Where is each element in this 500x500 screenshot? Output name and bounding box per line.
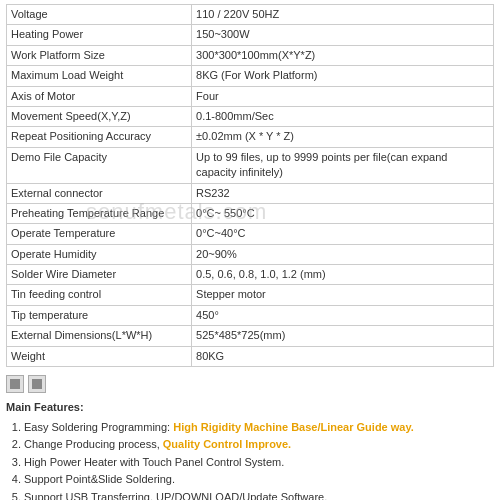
icon-1 <box>6 375 24 393</box>
spec-label: Tip temperature <box>7 305 192 325</box>
table-row: Voltage110 / 220V 50HZ <box>7 5 494 25</box>
table-row: Operate Temperature0°C~40°C <box>7 224 494 244</box>
feature-item: Easy Soldering Programming: High Rigidit… <box>24 419 494 436</box>
spec-value: Up to 99 files, up to 9999 points per fi… <box>192 147 494 183</box>
spec-value: Four <box>192 86 494 106</box>
spec-value: 0.5, 0.6, 0.8, 1.0, 1.2 (mm) <box>192 265 494 285</box>
spec-value: 0°C~ 550°C <box>192 203 494 223</box>
table-row: Maximum Load Weight8KG (For Work Platfor… <box>7 66 494 86</box>
features-title: Main Features: <box>6 399 494 416</box>
table-row: Demo File CapacityUp to 99 files, up to … <box>7 147 494 183</box>
spec-label: Movement Speed(X,Y,Z) <box>7 106 192 126</box>
icon-2 <box>28 375 46 393</box>
spec-label: Weight <box>7 346 192 366</box>
table-row: Movement Speed(X,Y,Z)0.1-800mm/Sec <box>7 106 494 126</box>
spec-label: Operate Temperature <box>7 224 192 244</box>
spec-value: 0°C~40°C <box>192 224 494 244</box>
table-row: Heating Power150~300W <box>7 25 494 45</box>
specs-table: Voltage110 / 220V 50HZHeating Power150~3… <box>6 4 494 367</box>
table-row: Solder Wire Diameter0.5, 0.6, 0.8, 1.0, … <box>7 265 494 285</box>
feature-item: Support USB Transferring, UP/DOWNLOAD/Up… <box>24 489 494 500</box>
table-row: Tin feeding controlStepper motor <box>7 285 494 305</box>
spec-value: RS232 <box>192 183 494 203</box>
feature-item: Change Producing process, Quality Contro… <box>24 436 494 453</box>
spec-value: 300*300*100mm(X*Y*Z) <box>192 45 494 65</box>
spec-label: Work Platform Size <box>7 45 192 65</box>
table-row: Operate Humidity20~90% <box>7 244 494 264</box>
feature-item: Support Point&Slide Soldering. <box>24 471 494 488</box>
spec-value: 525*485*725(mm) <box>192 326 494 346</box>
spec-label: Tin feeding control <box>7 285 192 305</box>
spec-label: Maximum Load Weight <box>7 66 192 86</box>
spec-label: Demo File Capacity <box>7 147 192 183</box>
spec-label: Voltage <box>7 5 192 25</box>
spec-value: 110 / 220V 50HZ <box>192 5 494 25</box>
table-row: External connectorRS232 <box>7 183 494 203</box>
main-container: Voltage110 / 220V 50HZHeating Power150~3… <box>0 0 500 500</box>
spec-label: Preheating Temperature Range <box>7 203 192 223</box>
main-features: Main Features: Easy Soldering Programmin… <box>6 399 494 500</box>
svg-rect-0 <box>10 379 20 389</box>
spec-value: 150~300W <box>192 25 494 45</box>
table-row: External Dimensions(L*W*H)525*485*725(mm… <box>7 326 494 346</box>
spec-value: 8KG (For Work Platform) <box>192 66 494 86</box>
table-row: Repeat Positioning Accuracy±0.02mm (X * … <box>7 127 494 147</box>
spec-label: Operate Humidity <box>7 244 192 264</box>
table-row: Weight80KG <box>7 346 494 366</box>
table-row: Work Platform Size300*300*100mm(X*Y*Z) <box>7 45 494 65</box>
spec-label: Solder Wire Diameter <box>7 265 192 285</box>
table-row: Axis of MotorFour <box>7 86 494 106</box>
table-row: Tip temperature450° <box>7 305 494 325</box>
icon-area <box>6 375 494 393</box>
table-row: Preheating Temperature Range0°C~ 550°C <box>7 203 494 223</box>
spec-value: 20~90% <box>192 244 494 264</box>
spec-value: 0.1-800mm/Sec <box>192 106 494 126</box>
spec-label: External connector <box>7 183 192 203</box>
spec-label: Repeat Positioning Accuracy <box>7 127 192 147</box>
spec-label: Heating Power <box>7 25 192 45</box>
spec-label: Axis of Motor <box>7 86 192 106</box>
svg-rect-1 <box>32 379 42 389</box>
spec-value: 80KG <box>192 346 494 366</box>
spec-value: Stepper motor <box>192 285 494 305</box>
spec-label: External Dimensions(L*W*H) <box>7 326 192 346</box>
spec-value: 450° <box>192 305 494 325</box>
spec-value: ±0.02mm (X * Y * Z) <box>192 127 494 147</box>
feature-item: High Power Heater with Touch Panel Contr… <box>24 454 494 471</box>
